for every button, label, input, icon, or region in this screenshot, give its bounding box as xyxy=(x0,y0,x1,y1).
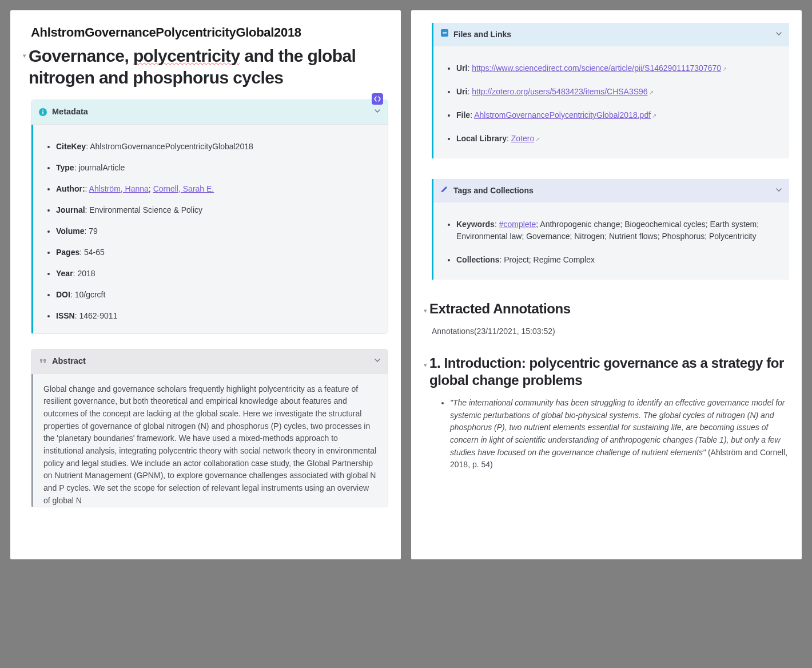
chevron-down-icon xyxy=(775,185,782,197)
tags-header[interactable]: Tags and Collections xyxy=(433,179,789,202)
external-icon: ↗ xyxy=(649,89,654,96)
minus-square-icon xyxy=(440,29,449,41)
meta-doi: DOI: 10/gcrcft xyxy=(56,289,377,301)
svg-point-2 xyxy=(42,109,43,110)
author-link-0[interactable]: Ahlström, Hanna xyxy=(89,184,149,193)
pencil-icon xyxy=(440,185,449,197)
fold-icon[interactable]: ▾ xyxy=(424,306,427,316)
chevron-down-icon xyxy=(374,355,381,368)
files-card: Files and Links Url: https://www.science… xyxy=(432,23,789,158)
citekey-heading: AhlstromGovernancePolycentricityGlobal20… xyxy=(31,23,388,42)
metadata-header[interactable]: Metadata xyxy=(31,100,388,125)
file-link[interactable]: AhlstromGovernancePolycentricityGlobal20… xyxy=(474,110,651,120)
files-header[interactable]: Files and Links xyxy=(433,23,789,46)
meta-type: Type: journalArticle xyxy=(56,162,377,174)
right-pane: Files and Links Url: https://www.science… xyxy=(411,10,802,559)
url-link[interactable]: https://www.sciencedirect.com/science/ar… xyxy=(472,63,721,73)
files-local: Local Library: Zotero↗ xyxy=(456,133,779,145)
svg-rect-1 xyxy=(42,112,43,114)
metadata-title: Metadata xyxy=(52,106,88,118)
code-badge-icon[interactable] xyxy=(372,93,383,105)
tags-card: Tags and Collections Keywords: #complete… xyxy=(432,179,789,280)
svg-rect-4 xyxy=(443,33,447,34)
metadata-body: CiteKey: AhlstromGovernancePolycentricit… xyxy=(31,125,388,333)
meta-author: Author:: Ahlström, Hanna; Cornell, Sarah… xyxy=(56,183,377,195)
files-file: File: AhlstromGovernancePolycentricityGl… xyxy=(456,109,779,121)
chevron-down-icon xyxy=(775,29,782,41)
info-icon xyxy=(38,108,47,117)
fold-icon[interactable]: ▾ xyxy=(424,360,427,370)
tags-keywords: Keywords: #complete; Anthropogenic chang… xyxy=(456,218,779,242)
meta-pages: Pages: 54-65 xyxy=(56,246,377,259)
author-link-1[interactable]: Cornell, Sarah E. xyxy=(153,184,214,193)
extracted-annotations-heading: Extracted Annotations xyxy=(429,300,571,317)
external-icon: ↗ xyxy=(652,113,656,119)
metadata-card: Metadata CiteKey: AhlstromGovernancePoly… xyxy=(31,100,388,334)
abstract-header[interactable]: Abstract xyxy=(31,349,388,374)
section-heading: 1. Introduction: polycentric governance … xyxy=(429,355,789,389)
annotation-quote: "The international community has been st… xyxy=(450,397,789,471)
quote-icon xyxy=(38,357,47,366)
files-url: Url: https://www.sciencedirect.com/scien… xyxy=(456,62,779,74)
files-title: Files and Links xyxy=(453,29,511,41)
abstract-text: Global change and governance scholars fr… xyxy=(43,383,377,507)
external-icon: ↗ xyxy=(535,136,540,142)
title-underlined: polycentricity xyxy=(133,46,240,65)
external-icon: ↗ xyxy=(722,66,727,72)
keyword-link[interactable]: #complete xyxy=(499,220,536,229)
quote-block: "The international community has been st… xyxy=(424,397,789,471)
abstract-body: Global change and governance scholars fr… xyxy=(31,374,388,507)
uri-link[interactable]: http://zotero.org/users/5483423/items/CH… xyxy=(472,87,647,96)
left-pane: AhlstromGovernancePolycentricityGlobal20… xyxy=(10,10,401,559)
meta-issn: ISSN: 1462-9011 xyxy=(56,310,377,322)
tags-collections: Collections: Project; Regime Complex xyxy=(456,254,779,266)
chevron-down-icon xyxy=(374,106,381,118)
files-uri: Uri: http://zotero.org/users/5483423/ite… xyxy=(456,86,779,98)
meta-journal: Journal: Environmental Science & Policy xyxy=(56,204,377,216)
fold-icon[interactable]: ▾ xyxy=(23,51,26,61)
document-title: Governance, polycentricity and the globa… xyxy=(29,45,388,88)
tags-title: Tags and Collections xyxy=(453,185,534,197)
meta-citekey: CiteKey: AhlstromGovernancePolycentricit… xyxy=(56,141,377,153)
local-link[interactable]: Zotero xyxy=(511,134,534,143)
abstract-title: Abstract xyxy=(52,355,86,368)
abstract-card: Abstract Global change and governance sc… xyxy=(31,349,388,508)
title-pre: Governance, xyxy=(29,46,133,65)
meta-year: Year: 2018 xyxy=(56,268,377,280)
meta-volume: Volume: 79 xyxy=(56,225,377,237)
annotations-timestamp: Annotations(23/11/2021, 15:03:52) xyxy=(432,325,789,337)
